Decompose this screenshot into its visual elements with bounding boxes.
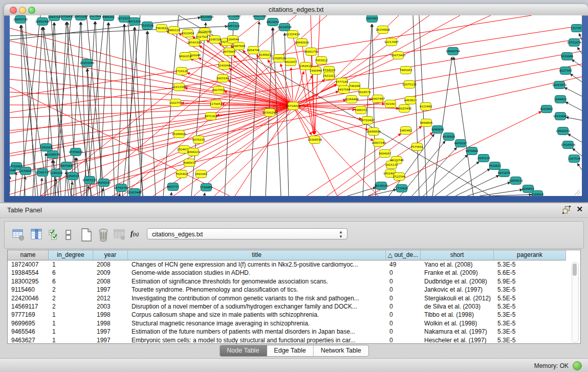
graph-node[interactable]: 18640910 xyxy=(295,39,309,47)
close-panel-icon[interactable]: ✕ xyxy=(576,205,583,214)
table-cell[interactable]: 1998 xyxy=(93,311,128,319)
graph-node[interactable]: 14136141 xyxy=(374,182,388,190)
graph-node[interactable]: 1990448 xyxy=(310,67,322,75)
tab-node-table[interactable]: Node Table xyxy=(220,345,267,356)
graph-node[interactable]: 9227343 xyxy=(559,67,572,75)
graph-node[interactable]: 18300295 xyxy=(263,109,277,117)
table-cell[interactable]: Nakamura et al. (1997) xyxy=(421,327,494,336)
graph-node[interactable]: 1170052 xyxy=(210,100,223,108)
graph-node[interactable]: 20891406 xyxy=(35,18,50,26)
table-cell[interactable]: 18724007 xyxy=(8,260,49,269)
graph-node[interactable]: 6822057 xyxy=(285,58,297,66)
graph-node[interactable]: 8860128 xyxy=(168,27,181,34)
graph-node[interactable]: 1640934 xyxy=(431,126,444,134)
graph-node[interactable]: 1733426 xyxy=(396,185,408,192)
table-cell[interactable]: 1 xyxy=(49,311,93,319)
table-row[interactable]: 1456911722003Disruption of a novel membe… xyxy=(8,302,566,311)
graph-node[interactable]: 16782759 xyxy=(114,184,128,192)
graph-node[interactable]: 16961758 xyxy=(304,48,318,56)
table-cell[interactable]: 0 xyxy=(386,277,421,286)
memory-status-icon[interactable] xyxy=(573,361,582,370)
graph-node[interactable]: 12093872 xyxy=(552,81,567,89)
table-cell[interactable]: 9463627 xyxy=(8,336,49,344)
graph-node[interactable]: 9146821 xyxy=(259,51,272,59)
table-row[interactable]: 946362711997Embryonic stem cells: a mode… xyxy=(8,336,566,344)
graph-node[interactable]: 10653287 xyxy=(74,15,88,20)
graph-node[interactable]: 16720407 xyxy=(360,117,375,124)
show-columns-icon[interactable] xyxy=(29,227,45,243)
table-cell[interactable]: 1 xyxy=(49,319,93,328)
graph-node[interactable]: 8186328 xyxy=(209,36,222,43)
table-row[interactable]: 969969511998Structural magnetic resonanc… xyxy=(8,319,566,328)
graph-node[interactable]: 17359928 xyxy=(69,148,83,156)
table-cell[interactable]: 14569117 xyxy=(8,302,49,311)
table-cell[interactable]: 2003 xyxy=(93,302,128,311)
network-canvas[interactable]: 1405572520891406204371315330435106532871… xyxy=(10,15,582,196)
table-cell[interactable]: Corpus callosum shape and size in male p… xyxy=(128,311,386,319)
function-builder-icon[interactable]: f(x) xyxy=(130,230,146,245)
table-cell[interactable]: 6 xyxy=(49,269,93,277)
graph-node[interactable]: 7857223 xyxy=(227,23,240,30)
graph-node[interactable]: 16958107 xyxy=(97,179,111,187)
graph-node[interactable]: 15751074 xyxy=(567,39,581,47)
graph-node[interactable]: 9948933 xyxy=(183,159,196,167)
table-cell[interactable]: Jankovic et al. (1997) xyxy=(421,286,494,294)
graph-node[interactable]: 10654112 xyxy=(509,177,523,185)
table-cell[interactable]: Embryonic stem cells: a model to study s… xyxy=(128,336,386,344)
graph-node[interactable]: 2043713 xyxy=(48,15,61,21)
table-cell[interactable]: Estimation of the future numbers of pati… xyxy=(128,327,386,336)
graph-node[interactable]: 9529966 xyxy=(561,53,574,60)
window-titlebar[interactable]: citations_edges.txt xyxy=(4,4,588,16)
table-cell[interactable]: Hescheler et al. (1997) xyxy=(421,336,494,344)
graph-node[interactable]: 18807249 xyxy=(372,139,386,147)
table-cell[interactable]: Estimation of significance thresholds fo… xyxy=(128,277,386,286)
table-cell[interactable]: 2 xyxy=(49,294,93,303)
table-cell[interactable]: 2 xyxy=(49,286,93,294)
graph-node[interactable]: 20364486 xyxy=(344,96,359,103)
graph-node[interactable]: 9699695 xyxy=(420,119,433,127)
table-cell[interactable]: 1997 xyxy=(93,286,128,294)
table-cell[interactable]: 2008 xyxy=(93,277,128,286)
graph-node[interactable]: 8194503 xyxy=(531,191,544,196)
table-cell[interactable]: 1 xyxy=(49,336,93,344)
graph-node[interactable]: 1244413 xyxy=(554,96,567,103)
graph-node[interactable]: 1527602 xyxy=(89,15,102,20)
graph-node[interactable]: 1815132 xyxy=(385,161,398,169)
graph-node[interactable]: 9498223 xyxy=(187,148,200,156)
table-cell[interactable]: 0 xyxy=(386,302,421,311)
graph-node[interactable]: 18724007 xyxy=(286,102,300,110)
table-row[interactable]: 1872400712008Changes of HCN gene express… xyxy=(8,260,566,269)
table-cell[interactable]: 5.3E-5 xyxy=(494,311,566,319)
graph-node[interactable]: 8471676 xyxy=(498,169,511,177)
scrollbar-thumb[interactable] xyxy=(573,264,577,276)
graph-node[interactable]: 3242848 xyxy=(218,62,231,70)
table-cell[interactable]: Tibbo et al. (1998) xyxy=(421,311,494,319)
table-vertical-scrollbar[interactable] xyxy=(572,262,579,343)
graph-node[interactable]: 10688609 xyxy=(366,128,381,136)
graph-node[interactable]: 2522544 xyxy=(393,173,406,181)
graph-node[interactable]: 12213386 xyxy=(172,83,186,91)
table-cell[interactable]: 1998 xyxy=(93,319,128,328)
graph-node[interactable]: 2087682 xyxy=(366,15,379,23)
graph-node[interactable]: 12975115 xyxy=(402,81,417,89)
graph-node[interactable]: 5716485 xyxy=(200,184,213,191)
graph-node[interactable]: 1145194 xyxy=(50,169,63,177)
canvas-resize-grip[interactable] xyxy=(575,190,580,195)
table-cell[interactable]: Stergiakouli et al. (2012) xyxy=(421,294,494,303)
graph-node[interactable]: 19218506 xyxy=(277,24,292,31)
table-row[interactable]: 2242004622012Investigating the contribut… xyxy=(8,294,566,303)
table-cell[interactable]: 22420046 xyxy=(8,294,49,303)
graph-node[interactable]: 1965462 xyxy=(400,127,412,135)
tab-edge-table[interactable]: Edge Table xyxy=(267,345,313,356)
table-row[interactable]: 946554611997Estimation of the future num… xyxy=(8,327,566,336)
graph-node[interactable]: 62160 xyxy=(385,100,396,108)
graph-node[interactable]: 7625402 xyxy=(176,170,188,178)
table-cell[interactable]: 9115460 xyxy=(8,286,49,294)
graph-node[interactable]: 746266 xyxy=(350,82,360,90)
graph-node[interactable]: 8427552 xyxy=(212,86,225,94)
column-header-6[interactable]: pagerank xyxy=(494,250,566,260)
graph-node[interactable]: 8671302 xyxy=(205,113,217,120)
graph-node[interactable]: 1317357 xyxy=(571,25,582,32)
graph-node[interactable]: 10025458 xyxy=(397,105,411,113)
tab-network-table[interactable]: Network Table xyxy=(314,345,368,356)
